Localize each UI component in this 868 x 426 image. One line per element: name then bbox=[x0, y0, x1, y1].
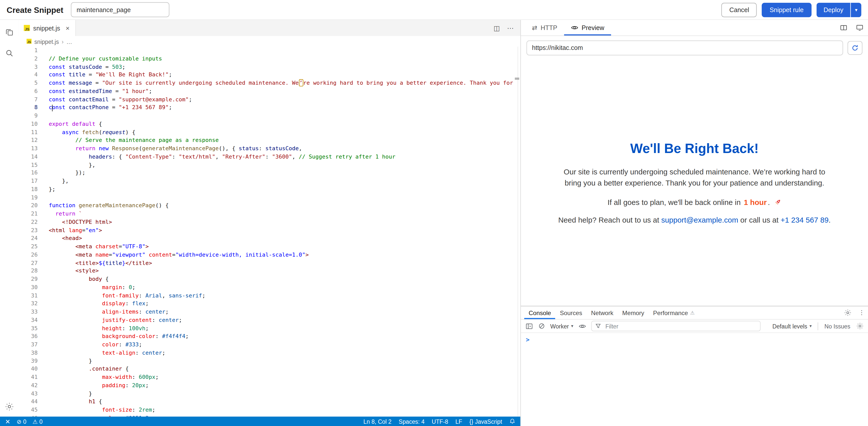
console-sidebar-icon[interactable] bbox=[525, 322, 533, 330]
indentation[interactable]: Spaces: 4 bbox=[399, 418, 425, 425]
code-line[interactable]: }, bbox=[49, 161, 514, 169]
tab-http[interactable]: ⇄ HTTP bbox=[525, 20, 564, 35]
code-line[interactable]: const contactEmail = "support@example.co… bbox=[49, 95, 514, 104]
breadcrumb-file[interactable]: snippet.js bbox=[34, 38, 59, 45]
code-line[interactable]: font-size: 2rem; bbox=[49, 406, 514, 414]
code-line[interactable]: padding: 20px; bbox=[49, 381, 514, 390]
code-line[interactable]: headers: { "Content-Type": "text/html", … bbox=[49, 153, 514, 161]
code-line[interactable]: // Serve the maintenance page as a respo… bbox=[49, 136, 514, 144]
devtools-tab-performance[interactable]: Performance ⚠ bbox=[649, 306, 699, 319]
device-monitor-icon[interactable] bbox=[856, 24, 864, 32]
code-line[interactable] bbox=[49, 112, 514, 120]
code-line[interactable]: // Define your customizable inputs bbox=[49, 55, 514, 63]
live-expression-eye-icon[interactable] bbox=[578, 322, 586, 330]
code-line[interactable]: max-width: 600px; bbox=[49, 373, 514, 381]
devtools-settings-gear-icon[interactable] bbox=[844, 309, 851, 316]
code-line[interactable]: }); bbox=[49, 169, 514, 177]
issues-counter[interactable]: No Issues bbox=[825, 323, 850, 329]
code-line[interactable] bbox=[49, 47, 514, 55]
code-line[interactable]: body { bbox=[49, 275, 514, 283]
code-line[interactable]: justify-content: center; bbox=[49, 316, 514, 324]
code-line[interactable] bbox=[49, 194, 514, 202]
kebab-menu-icon[interactable]: ⋮ bbox=[859, 309, 865, 316]
notifications-bell-icon[interactable] bbox=[509, 418, 515, 424]
snippet-rule-button[interactable]: Snippet rule bbox=[762, 2, 811, 17]
code-area[interactable]: 1234567891011121314151617181920212223242… bbox=[19, 47, 520, 417]
filter-input[interactable] bbox=[604, 322, 756, 330]
code-line[interactable]: <html lang="en"> bbox=[49, 226, 514, 234]
code-line[interactable]: height: 100vh; bbox=[49, 324, 514, 333]
clear-console-icon[interactable] bbox=[538, 322, 545, 330]
console-settings-gear-icon[interactable] bbox=[857, 322, 864, 330]
code-line[interactable]: color: #333; bbox=[49, 341, 514, 349]
code-line[interactable]: const message = "Our site is currently u… bbox=[49, 79, 514, 87]
tab-snippet-js[interactable]: JS snippet.js × bbox=[19, 20, 76, 36]
line-number: 44 bbox=[19, 398, 49, 406]
code-line[interactable]: const estimatedTime = "1 hour"; bbox=[49, 87, 514, 95]
code-line[interactable]: const statusCode = 503; bbox=[49, 63, 514, 71]
code-line[interactable]: <title>${title}</title> bbox=[49, 259, 514, 267]
code-lines[interactable]: // Define your customizable inputsconst … bbox=[49, 47, 514, 417]
code-line[interactable]: export default { bbox=[49, 120, 514, 128]
breadcrumb[interactable]: JS snippet.js › … bbox=[19, 36, 520, 47]
log-levels-selector[interactable]: Default levels ▾ bbox=[772, 323, 812, 329]
devtools-tab-console[interactable]: Console bbox=[524, 306, 555, 319]
cancel-button[interactable]: Cancel bbox=[722, 2, 757, 17]
search-icon[interactable] bbox=[5, 49, 13, 57]
refresh-button[interactable] bbox=[847, 41, 863, 55]
console-prompt-chevron[interactable]: > bbox=[526, 336, 530, 344]
code-line[interactable]: } bbox=[49, 390, 514, 398]
breadcrumb-more[interactable]: … bbox=[66, 38, 72, 45]
execution-context-selector[interactable]: Worker ▾ bbox=[550, 323, 574, 329]
code-line[interactable]: }; bbox=[49, 186, 514, 194]
code-line[interactable]: h1 { bbox=[49, 398, 514, 406]
code-line[interactable]: background-color: #f4f4f4; bbox=[49, 333, 514, 341]
code-line[interactable]: color: #0051c3; bbox=[49, 414, 514, 417]
console-filter[interactable] bbox=[591, 321, 760, 331]
code-line[interactable]: }, bbox=[49, 177, 514, 185]
problems-errors[interactable]: ⊘ 0 bbox=[17, 418, 26, 425]
code-line[interactable]: const title = "We'll Be Right Back!"; bbox=[49, 71, 514, 79]
support-email-link[interactable]: support@example.com bbox=[661, 216, 738, 224]
code-line[interactable]: } bbox=[49, 357, 514, 365]
deploy-button[interactable]: Deploy bbox=[816, 2, 850, 17]
deploy-dropdown-button[interactable]: ▾ bbox=[851, 2, 862, 17]
code-line[interactable]: <!DOCTYPE html> bbox=[49, 218, 514, 226]
copy-icon[interactable] bbox=[5, 28, 13, 36]
url-input[interactable] bbox=[526, 40, 843, 55]
code-line[interactable]: <style> bbox=[49, 267, 514, 275]
code-line[interactable]: font-family: Arial, sans-serif; bbox=[49, 292, 514, 300]
cursor-position[interactable]: Ln 8, Col 2 bbox=[364, 418, 392, 425]
code-line[interactable]: <meta charset="UTF-8"> bbox=[49, 243, 514, 251]
snippet-name-input[interactable] bbox=[71, 2, 169, 17]
code-line[interactable]: const contactPhone = "+1 234 567 89"; bbox=[49, 104, 514, 112]
tab-preview[interactable]: Preview bbox=[564, 20, 611, 35]
status-cross-icon[interactable] bbox=[5, 419, 10, 424]
code-line[interactable]: align-items: center; bbox=[49, 308, 514, 316]
code-line[interactable]: <head> bbox=[49, 234, 514, 243]
code-line[interactable]: display: flex; bbox=[49, 300, 514, 308]
code-line[interactable]: text-align: center; bbox=[49, 349, 514, 357]
devtools-tab-sources[interactable]: Sources bbox=[555, 306, 587, 319]
language-mode[interactable]: {} JavaScript bbox=[469, 418, 502, 425]
console-output[interactable]: > bbox=[521, 333, 868, 347]
editor-scrollbar[interactable] bbox=[518, 47, 518, 417]
eol-sequence[interactable]: LF bbox=[456, 418, 462, 425]
code-line[interactable]: async fetch(request) { bbox=[49, 128, 514, 136]
problems-warnings[interactable]: ⚠ 0 bbox=[32, 418, 42, 425]
encoding[interactable]: UTF-8 bbox=[432, 418, 448, 425]
devtools-tab-memory[interactable]: Memory bbox=[618, 306, 649, 319]
code-line[interactable]: <meta name="viewport" content="width=dev… bbox=[49, 251, 514, 259]
columns-layout-icon[interactable] bbox=[840, 24, 847, 32]
close-tab-icon[interactable]: × bbox=[66, 24, 69, 32]
code-line[interactable]: return new Response(generateMaintenanceP… bbox=[49, 145, 514, 153]
code-line[interactable]: function generateMaintenancePage() { bbox=[49, 202, 514, 210]
more-actions-icon[interactable]: ⋯ bbox=[507, 24, 514, 32]
devtools-tab-network[interactable]: Network bbox=[587, 306, 618, 319]
split-editor-icon[interactable]: ◫ bbox=[494, 24, 500, 32]
code-line[interactable]: margin: 0; bbox=[49, 284, 514, 292]
code-line[interactable]: .container { bbox=[49, 365, 514, 373]
code-line[interactable]: return ` bbox=[49, 210, 514, 218]
settings-gear-icon[interactable] bbox=[5, 402, 13, 411]
support-phone-link[interactable]: +1 234 567 89 bbox=[781, 216, 829, 224]
